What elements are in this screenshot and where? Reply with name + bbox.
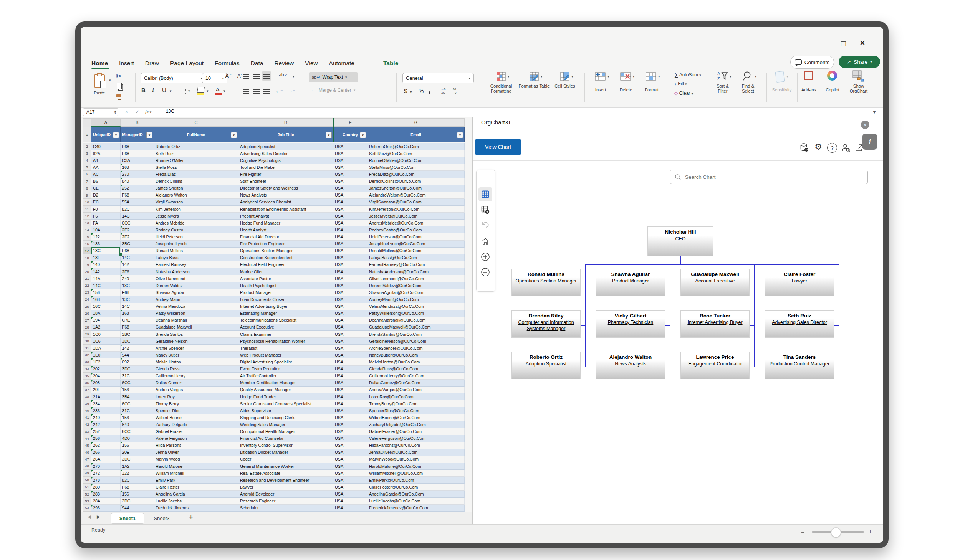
cell[interactable]: USA <box>333 310 367 317</box>
cell[interactable]: D2 <box>91 192 121 199</box>
row-number[interactable]: 10 <box>83 199 91 206</box>
cell[interactable]: Telecommunications Specialist <box>238 317 333 324</box>
orientation-dropdown[interactable]: ▾ <box>293 74 295 78</box>
cell[interactable]: Guillermo Henry <box>154 373 238 380</box>
cell[interactable]: 156 <box>121 442 154 449</box>
cell[interactable]: EarnestRamsey@OurCo.Com <box>367 261 465 268</box>
cell[interactable]: Emily Park <box>154 477 238 484</box>
cell[interactable]: 14C <box>121 303 154 310</box>
cell[interactable]: C3A <box>121 157 154 164</box>
percent-icon[interactable]: % <box>419 88 424 94</box>
cell[interactable]: 322 <box>121 470 154 477</box>
ribbon-tab-draw[interactable]: Draw <box>145 60 159 67</box>
cell[interactable]: VirgilSwanson@OurCo.Com <box>367 199 465 206</box>
cell[interactable]: 194 <box>91 317 121 324</box>
ribbon-tab-page-layout[interactable]: Page Layout <box>170 60 204 67</box>
row-number[interactable]: 24 <box>83 296 91 303</box>
cell[interactable]: 3DC <box>121 498 154 505</box>
sheet-nav-left-icon[interactable]: ◀ <box>88 514 91 519</box>
row-number[interactable]: 16 <box>83 241 91 248</box>
cell[interactable]: GlendaRoss@OurCo.Com <box>367 366 465 373</box>
cell[interactable]: Natasha Anderson <box>154 268 238 275</box>
org-node[interactable]: Brendan RileyComputer and Information Sy… <box>511 310 581 338</box>
sort-filter-label[interactable]: Sort & Filter <box>713 84 733 93</box>
add-ins-label[interactable]: Add-ins <box>799 88 819 93</box>
cell[interactable]: 21A <box>91 393 121 400</box>
sheet-tab-sheet1[interactable]: Sheet1 <box>111 513 144 524</box>
cell[interactable]: GuillermoHenry@OurCo.Com <box>367 373 465 380</box>
cell[interactable]: 31C <box>121 373 154 380</box>
cell[interactable]: USA <box>333 373 367 380</box>
zoom-out-chart-icon[interactable] <box>479 266 492 278</box>
cell[interactable]: 6CC <box>121 380 154 387</box>
cell[interactable]: GabrielFrazier@OurCo.Com <box>367 428 465 435</box>
cell[interactable]: Spencer Rios <box>154 407 238 414</box>
cell[interactable]: 82C <box>121 206 154 213</box>
cell[interactable]: 13E <box>91 254 121 261</box>
cell[interactable]: USA <box>333 338 367 345</box>
cell[interactable]: USA <box>333 220 367 226</box>
cell[interactable]: USA <box>333 387 367 393</box>
cell[interactable]: AngelinaGarcia@OurCo.Com <box>367 491 465 498</box>
cell[interactable]: RonaldMullins@OurCo.Com <box>367 248 465 254</box>
cell[interactable]: USA <box>333 456 367 463</box>
align-bottom-icon[interactable] <box>263 74 270 75</box>
cell[interactable]: Marvin Wood <box>154 456 238 463</box>
cell[interactable]: 168 <box>91 296 121 303</box>
view-chart-button[interactable]: View Chart <box>475 139 521 155</box>
cell[interactable]: Air Traffic Controller <box>238 373 333 380</box>
ribbon-tab-insert[interactable]: Insert <box>119 60 134 67</box>
info-tooltip-button[interactable]: i <box>862 134 877 150</box>
cell[interactable]: USA <box>333 157 367 164</box>
cell[interactable]: C7E <box>121 317 154 324</box>
cell[interactable]: USA <box>333 213 367 220</box>
cell[interactable]: 156 <box>91 289 121 296</box>
cell[interactable]: LatoyaBass@OurCo.Com <box>367 254 465 261</box>
row-number[interactable]: 35 <box>83 373 91 380</box>
cell[interactable]: 204 <box>91 373 121 380</box>
cell[interactable]: 55A <box>121 199 154 206</box>
org-node[interactable]: Claire FosterLawyer <box>765 269 834 296</box>
cell[interactable]: Freda Diaz <box>154 171 238 178</box>
cell[interactable]: Event Team Recruiter <box>238 366 333 373</box>
cell[interactable]: 20E <box>91 387 121 393</box>
format-painter-icon[interactable] <box>116 94 121 97</box>
cell[interactable]: USA <box>333 199 367 206</box>
cell[interactable]: USA <box>333 268 367 275</box>
cell[interactable]: 28A <box>91 498 121 505</box>
zoom-in-chart-icon[interactable] <box>479 251 492 263</box>
cell[interactable]: USA <box>333 442 367 449</box>
row-number[interactable]: 46 <box>83 449 91 456</box>
cell[interactable]: Advertising Sales Director <box>238 150 333 157</box>
cell[interactable]: Therapist <box>238 345 333 352</box>
cell[interactable]: 840 <box>121 178 154 185</box>
paste-icon[interactable] <box>92 73 107 89</box>
cell[interactable]: USA <box>333 233 367 240</box>
cell[interactable]: Shawna Aguilar <box>154 289 238 296</box>
cell[interactable]: Zachary Delgado <box>154 421 238 428</box>
cell[interactable]: C40 <box>91 143 121 150</box>
cell[interactable]: Inventory Control Supervisor <box>238 442 333 449</box>
cell[interactable]: Aides Supervisor <box>238 407 333 414</box>
cell[interactable]: 3DC <box>121 366 154 373</box>
cell[interactable]: 6CC <box>121 400 154 407</box>
cell[interactable]: F68 <box>121 484 154 491</box>
column-header-G[interactable]: G <box>367 118 465 127</box>
cell[interactable]: Patsy Wilkerson <box>154 310 238 317</box>
cell[interactable]: OliveHammond@OurCo.Com <box>367 275 465 282</box>
filter-button-managerid[interactable]: ▼ <box>146 132 152 138</box>
row-number[interactable]: 17 <box>83 248 91 254</box>
zoom-in-button[interactable]: + <box>869 528 872 535</box>
conditional-formatting-label[interactable]: Conditional Formatting <box>483 84 519 93</box>
cell[interactable]: Latoya Bass <box>154 254 238 261</box>
row-number[interactable]: 6 <box>83 171 91 178</box>
cell[interactable]: 14C <box>121 213 154 220</box>
row-number[interactable]: 19 <box>83 261 91 268</box>
cell[interactable]: USA <box>333 282 367 289</box>
cell[interactable]: USA <box>333 324 367 331</box>
conditional-formatting-dropdown[interactable]: ▾ <box>508 74 510 78</box>
cell[interactable]: GuadalupeMaxwell@OurCo.Com <box>367 324 465 331</box>
row-number[interactable]: 48 <box>83 463 91 470</box>
cell[interactable]: Scheduler <box>238 505 333 512</box>
align-center-icon[interactable] <box>253 89 260 90</box>
